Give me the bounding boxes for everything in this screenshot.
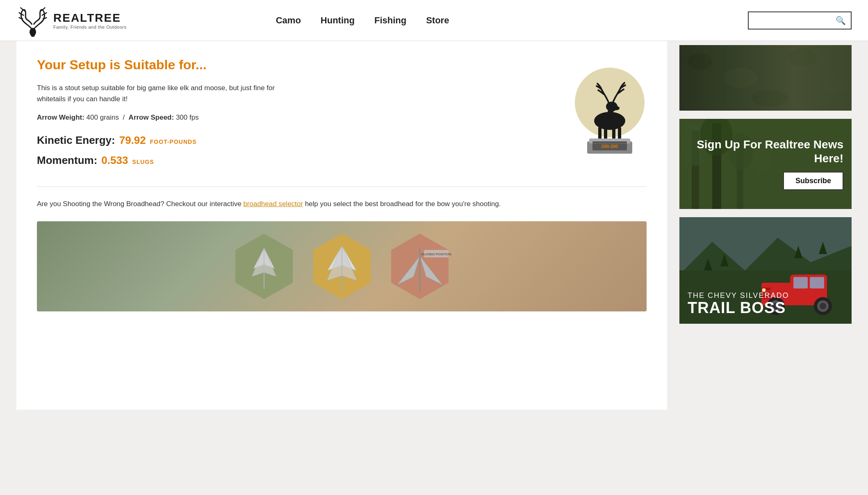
arrow-speed-value: 300 fps	[176, 114, 199, 121]
nav-fishing[interactable]: Fishing	[374, 13, 406, 28]
search-bar[interactable]: 🔍	[748, 11, 852, 30]
momentum-value: 0.533	[101, 154, 128, 167]
momentum-unit: SLUGS	[132, 159, 154, 165]
main-nav: Camo Hunting Fishing Store	[276, 13, 449, 28]
logo-text: REALTREE Family, Friends and the Outdoor…	[53, 11, 126, 30]
svg-text:200-300: 200-300	[601, 144, 618, 149]
broadhead-image-area: CLOSED POSITION	[37, 221, 647, 311]
metrics-section: Kinetic Energy: 79.92 FOOT-POUNDS Moment…	[37, 134, 565, 167]
arrow-weight-label: Arrow Weight:	[37, 114, 84, 121]
logo-area[interactable]: REALTREE Family, Friends and the Outdoor…	[16, 4, 126, 37]
svg-point-26	[688, 53, 712, 70]
content-top: Your Setup is Suitable for... This is a …	[37, 57, 647, 175]
chevy-sub-label: THE CHEVY SILVERADO	[688, 291, 789, 300]
site-header: REALTREE Family, Friends and the Outdoor…	[0, 0, 868, 41]
arrow-specs: Arrow Weight: 400 grains / Arrow Speed: …	[37, 114, 565, 122]
svg-point-55	[820, 303, 826, 309]
svg-point-27	[724, 68, 757, 88]
arrow-weight-value: 400 grains	[87, 114, 119, 121]
svg-rect-7	[598, 127, 601, 139]
svg-rect-49	[810, 277, 824, 288]
kinetic-energy-label: Kinetic Energy:	[37, 134, 115, 147]
broadhead-2	[307, 232, 377, 301]
deer-scale-visual: 200-300	[565, 57, 647, 157]
kinetic-energy-row: Kinetic Energy: 79.92 FOOT-POUNDS	[37, 134, 565, 147]
svg-point-1	[31, 34, 35, 37]
svg-point-6	[614, 106, 620, 110]
sidebar-ad-3: THE CHEVY SILVERADO TRAIL BOSS	[679, 217, 852, 324]
subscribe-button[interactable]: Subscribe	[783, 172, 843, 190]
svg-text:CLOSED POSITION: CLOSED POSITION	[421, 252, 451, 256]
divider	[37, 186, 647, 187]
momentum-row: Momentum: 0.533 SLUGS	[37, 154, 565, 167]
broadhead-selector-link[interactable]: broadhead selector	[243, 200, 303, 208]
svg-point-29	[824, 79, 847, 93]
broadhead-text-before: Are you Shooting the Wrong Broadhead? Ch…	[37, 200, 243, 208]
broadhead-text-after: help you select the best broadhead for t…	[303, 200, 501, 208]
momentum-label: Momentum:	[37, 154, 97, 167]
svg-rect-8	[604, 127, 607, 139]
sidebar: Start Watching Sig	[679, 41, 852, 410]
arrow-speed-label: Arrow Speed:	[129, 114, 174, 121]
content-text: Your Setup is Suitable for... This is a …	[37, 57, 565, 175]
logo-tagline: Family, Friends and the Outdoors	[53, 25, 126, 30]
logo-icon	[16, 4, 49, 37]
chevy-text-block: THE CHEVY SILVERADO TRAIL BOSS	[688, 291, 789, 316]
kinetic-energy-unit: FOOT-POUNDS	[150, 139, 197, 145]
svg-rect-4	[608, 110, 613, 121]
svg-point-28	[788, 48, 817, 66]
result-heading: Your Setup is Suitable for...	[37, 57, 565, 73]
kinetic-energy-value: 79.92	[119, 134, 146, 147]
broadhead-1	[229, 232, 299, 301]
result-description: This is a stout setup suitable for big g…	[37, 82, 283, 104]
page-layout: Your Setup is Suitable for... This is a …	[0, 41, 868, 410]
svg-rect-10	[618, 127, 621, 139]
sidebar-ad-2: Sign Up For Realtree News Here! Subscrib…	[679, 119, 852, 209]
broadhead-3: CLOSED POSITION	[385, 232, 455, 301]
broadhead-text: Are you Shooting the Wrong Broadhead? Ch…	[37, 198, 647, 209]
chevy-title: TRAIL BOSS	[688, 300, 789, 316]
broadhead-container: CLOSED POSITION	[37, 221, 647, 311]
sidebar-ad-1: Start Watching	[679, 45, 852, 111]
logo-brand: REALTREE	[53, 11, 126, 25]
svg-rect-9	[612, 127, 615, 139]
main-content: Your Setup is Suitable for... This is a …	[16, 41, 667, 410]
search-icon[interactable]: 🔍	[836, 16, 846, 25]
svg-rect-48	[793, 277, 808, 288]
svg-point-30	[751, 90, 788, 107]
search-input[interactable]	[754, 17, 836, 24]
signup-text-block: Sign Up For Realtree News Here! Subscrib…	[688, 138, 843, 190]
nav-store[interactable]: Store	[426, 13, 449, 28]
nav-camo[interactable]: Camo	[276, 13, 301, 28]
start-watching-background	[679, 45, 852, 111]
nav-hunting[interactable]: Hunting	[321, 13, 355, 28]
signup-heading: Sign Up For Realtree News Here!	[688, 138, 843, 165]
